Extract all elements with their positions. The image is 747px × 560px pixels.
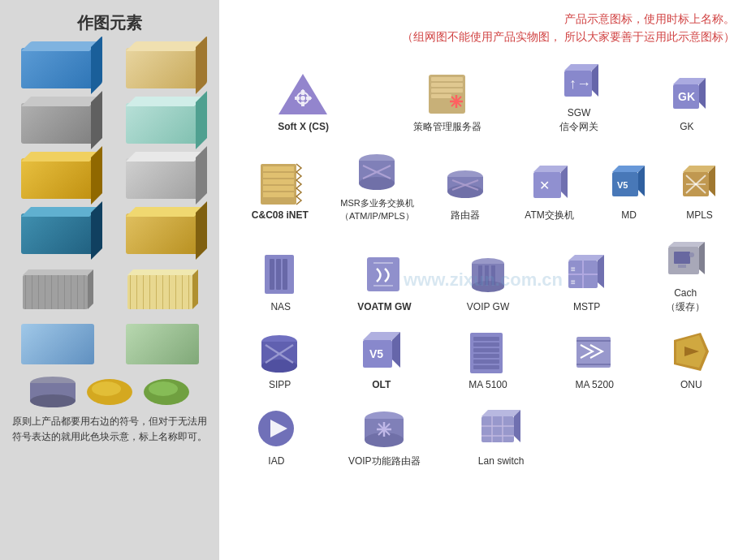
svg-text:GK: GK [678, 90, 695, 103]
svg-rect-85 [491, 265, 495, 285]
block-mint-item [113, 99, 211, 148]
svg-rect-114 [473, 365, 499, 369]
atm-svg: ✕ [529, 162, 571, 205]
voip-router-label: VOIP功能路由器 [348, 454, 421, 468]
svg-rect-110 [473, 342, 499, 347]
gk-svg: GK [667, 73, 707, 115]
mstp-img: ≡ ≡ [563, 252, 611, 297]
svg-text:≡: ≡ [571, 278, 576, 286]
block-teal-item [8, 209, 106, 258]
voip-router-svg [359, 405, 409, 452]
lan-switch-svg [477, 407, 525, 451]
icon-voatm: VOATM GW [330, 252, 439, 314]
nas-img [257, 252, 305, 297]
svg-rect-22 [295, 97, 300, 100]
ma5100-label: MA 5100 [468, 378, 507, 392]
sgw-img: ↑→ [555, 58, 603, 103]
onu-img [667, 330, 715, 375]
block-gray-item [8, 99, 106, 148]
router-img [441, 161, 490, 205]
router-svg [444, 162, 486, 205]
blocks-grid [8, 44, 211, 368]
serrated-block-svg [19, 267, 96, 312]
block-tan [126, 48, 199, 88]
svg-marker-131 [481, 410, 520, 416]
svg-rect-30 [431, 94, 451, 98]
ma5200-label: MA 5200 [575, 378, 613, 392]
svg-text:✕: ✕ [539, 179, 550, 192]
icons-row-5: IAD [231, 407, 735, 468]
olt-svg: V5 [358, 329, 405, 376]
mpls-svg [678, 162, 720, 205]
svg-rect-28 [431, 83, 463, 87]
block-lgray [126, 158, 199, 199]
svg-rect-130 [481, 416, 514, 442]
svg-rect-83 [478, 265, 482, 285]
svg-point-56 [447, 185, 483, 198]
svg-rect-84 [485, 265, 489, 285]
cylinder-icon [28, 377, 77, 407]
icon-cach: Cach（缓存） [636, 239, 735, 314]
icon-msr: MSR多业务交换机（ATM/IP/MPLS） [329, 149, 426, 222]
svg-marker-88 [598, 255, 604, 288]
block-palegreen [126, 324, 199, 364]
main-container: 作图元素 [0, 0, 747, 560]
onu-svg [670, 329, 712, 376]
ma5200-svg [572, 329, 617, 376]
svg-marker-3 [23, 269, 93, 275]
block-mint [126, 103, 199, 144]
svg-rect-97 [678, 265, 686, 268]
cach-label: Cach（缓存） [666, 286, 705, 314]
svg-rect-21 [301, 101, 304, 106]
right-panel: 产品示意图标，使用时标上名称。 （组网图不能使用产品实物图， 所以大家要善于运用… [219, 0, 747, 560]
block-lgray-item [113, 154, 211, 203]
md-label: MD [621, 209, 637, 222]
svg-rect-1 [23, 275, 88, 309]
block-gold [126, 213, 199, 254]
block-gray [21, 103, 94, 144]
oval-yellow-icon [85, 377, 134, 407]
block-blue [21, 48, 94, 88]
svg-rect-74 [270, 259, 274, 290]
olt-img: V5 [357, 330, 406, 375]
softx-img [279, 72, 328, 117]
svg-point-98 [689, 252, 694, 257]
left-title: 作图元素 [8, 12, 211, 34]
svg-marker-8 [127, 269, 198, 275]
atm-label: ATM交换机 [525, 209, 573, 222]
cach-svg [664, 240, 706, 282]
icon-gk: GK GK [639, 72, 735, 134]
mpls-label: MPLS [686, 209, 713, 222]
cc08-svg [257, 160, 302, 207]
iad-img [252, 407, 300, 451]
icon-mstp: ≡ ≡ MSTP [538, 252, 637, 314]
svg-point-51 [359, 177, 395, 190]
block-lightblue [21, 324, 94, 364]
nas-label: NAS [270, 300, 291, 314]
policy-label: 策略管理服务器 [413, 120, 481, 134]
icon-sipp: SIPP [231, 330, 328, 392]
svg-point-12 [30, 394, 76, 407]
svg-rect-76 [283, 259, 287, 290]
svg-rect-112 [473, 354, 499, 358]
svg-rect-46 [263, 179, 294, 184]
icon-iad: IAD [231, 407, 322, 468]
block-palegreen-item [113, 320, 211, 368]
svg-marker-9 [192, 269, 198, 309]
block-blue-item [8, 44, 106, 93]
icon-ma5200: MA 5200 [542, 330, 648, 392]
svg-rect-45 [263, 173, 294, 178]
svg-rect-96 [674, 252, 690, 264]
mstp-label: MSTP [573, 300, 600, 314]
svg-marker-4 [88, 269, 93, 309]
voip-gw-svg [467, 251, 509, 298]
icon-atm: ✕ ATM交换机 [505, 161, 594, 222]
svg-rect-47 [263, 186, 294, 191]
header-line2: （组网图不能使用产品实物图， 所以大家要善于运用此示意图标） [231, 28, 735, 45]
icon-voip-router: VOIP功能路由器 [322, 407, 447, 468]
nas-svg [260, 251, 302, 298]
block-cream-item [113, 265, 211, 313]
cach-img [661, 239, 710, 283]
cc08-img [256, 161, 304, 205]
svg-rect-27 [431, 77, 463, 81]
